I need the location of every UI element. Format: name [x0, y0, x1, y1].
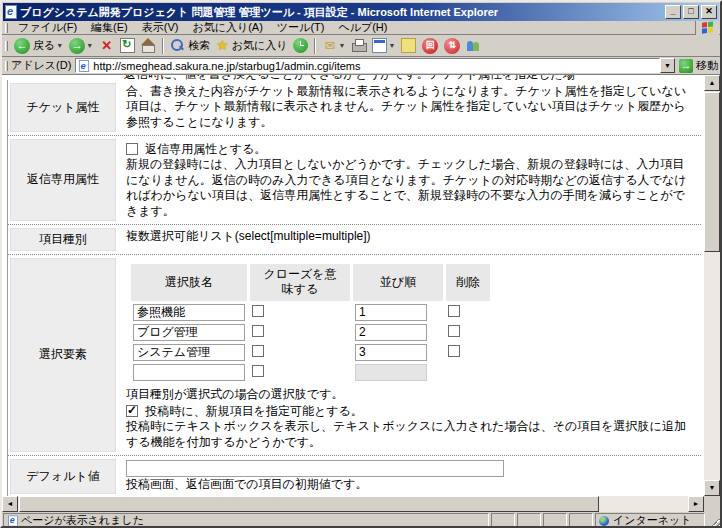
vertical-scrollbar[interactable]: ▲ ▼: [704, 75, 720, 496]
row-label: 項目種別: [10, 228, 116, 251]
default-value-input[interactable]: [126, 460, 504, 477]
choices-header-close: クローズを意味する: [250, 264, 350, 301]
menu-tools[interactable]: ツール(T): [270, 20, 332, 35]
notes-button[interactable]: [398, 36, 419, 56]
page-viewport: 返信時に、値を書き換えることができるかどうかです。チケット属性を指定した場 チケ…: [2, 75, 720, 496]
choice-row: [131, 324, 490, 341]
toolbar-grip[interactable]: [5, 41, 8, 51]
choice-name-input[interactable]: [133, 324, 245, 341]
page-icon: [79, 60, 89, 72]
address-input[interactable]: http://smeghead.sakura.ne.jp/starbug1/ad…: [75, 58, 660, 73]
title-bar: ブログシステム開発プロジェクト 問題管理 管理ツール - 項目設定 - Micr…: [3, 3, 719, 21]
favorites-button[interactable]: ★ お気に入り: [213, 36, 290, 56]
vertical-scrollbar-thumb[interactable]: [704, 92, 720, 252]
choice-name-input[interactable]: [133, 304, 245, 321]
history-button[interactable]: [290, 36, 311, 56]
row-label: チケット属性: [10, 83, 116, 132]
choice-close-checkbox[interactable]: [252, 345, 264, 357]
home-button[interactable]: [138, 36, 159, 56]
choices-note: 項目種別が選択式の場合の選択肢です。: [126, 387, 695, 402]
stop-button[interactable]: ✕: [96, 36, 117, 56]
choice-delete-checkbox[interactable]: [448, 345, 460, 357]
choices-header-delete: 削除: [446, 264, 490, 301]
scroll-up-icon[interactable]: ▲: [704, 75, 720, 91]
forward-icon: →: [69, 38, 85, 54]
toolbar-separator: [162, 38, 164, 54]
windows-flag-icon: [702, 21, 714, 34]
address-dropdown-button[interactable]: ▼: [660, 58, 675, 73]
choice-row: [131, 344, 490, 361]
choice-close-checkbox[interactable]: [252, 365, 264, 377]
search-button[interactable]: 検索: [167, 36, 213, 56]
ie-logo-icon: [5, 5, 17, 19]
edit-button[interactable]: ▼: [369, 36, 398, 56]
choice-close-checkbox[interactable]: [252, 305, 264, 317]
choice-order-input[interactable]: [355, 304, 427, 321]
address-label: アドレス(D): [11, 58, 71, 73]
menu-favorites[interactable]: お気に入り(A): [185, 20, 269, 35]
addon-button-1[interactable]: 回: [419, 36, 441, 56]
address-url: http://smeghead.sakura.ne.jp/starbug1/ad…: [93, 60, 360, 72]
choice-delete-checkbox[interactable]: [448, 305, 460, 317]
back-dropdown-icon[interactable]: ▼: [56, 42, 63, 49]
choice-order-input[interactable]: [355, 324, 427, 341]
ticket-attribute-description: 合、書き換えた内容がチケット最新情報に表示されるようになります。チケット属性を指…: [118, 81, 701, 134]
horizontal-scrollbar-row: ◄ ►: [2, 496, 720, 512]
messenger-button[interactable]: [463, 36, 484, 56]
choice-row-new: [131, 364, 490, 381]
mail-button[interactable]: ✉ ▼: [319, 36, 348, 56]
close-button[interactable]: ✕: [701, 5, 717, 19]
addon-button-2[interactable]: ⇅: [441, 36, 463, 56]
window-title: ブログシステム開発プロジェクト 問題管理 管理ツール - 項目設定 - Micr…: [20, 5, 663, 20]
menu-bar: ファイル(F) 編集(E) 表示(V) お気に入り(A) ツール(T) ヘルプ(…: [2, 21, 720, 35]
row-label: 選択要素: [10, 258, 116, 452]
windows-logo: [695, 21, 719, 35]
menu-edit[interactable]: 編集(E): [84, 20, 135, 35]
back-icon: ←: [14, 38, 30, 54]
allow-new-item-checkbox[interactable]: [126, 405, 138, 417]
reply-only-checkbox[interactable]: [126, 143, 138, 155]
horizontal-scrollbar-thumb[interactable]: [19, 496, 599, 512]
status-panel: [569, 513, 593, 528]
stop-icon: ✕: [99, 38, 114, 53]
forward-dropdown-icon[interactable]: ▼: [86, 42, 93, 49]
menu-file[interactable]: ファイル(F): [11, 20, 84, 35]
scroll-down-icon[interactable]: ▼: [704, 480, 720, 496]
status-zone-label: インターネット: [613, 513, 692, 528]
minimize-button[interactable]: _: [665, 5, 681, 19]
status-message: ページが表示されました: [21, 513, 144, 528]
choice-name-input[interactable]: [133, 364, 245, 381]
mail-dropdown-icon[interactable]: ▼: [338, 42, 345, 49]
reply-only-description: 新規の登録時には、入力項目としないかどうかです。チェックした場合、新規の登録時に…: [126, 157, 695, 218]
choice-close-checkbox[interactable]: [252, 325, 264, 337]
home-icon: [141, 38, 156, 53]
back-button[interactable]: ← 戻る ▼: [11, 36, 66, 56]
resize-grip[interactable]: [707, 513, 720, 528]
horizontal-scrollbar[interactable]: ◄ ►: [2, 496, 704, 512]
addressbar-grip[interactable]: [5, 61, 8, 71]
print-button[interactable]: [348, 36, 369, 56]
toolbar-separator: [314, 38, 316, 54]
row-label: デフォルト値: [10, 459, 116, 494]
choice-delete-checkbox[interactable]: [448, 325, 460, 337]
status-message-panel: ページが表示されました: [3, 513, 489, 528]
menu-help[interactable]: ヘルプ(H): [331, 20, 394, 35]
maximize-button[interactable]: □: [683, 5, 699, 19]
internet-globe-icon: [599, 516, 609, 526]
menubar-grip[interactable]: [5, 23, 8, 33]
status-panel: [543, 513, 567, 528]
scroll-right-icon[interactable]: ►: [688, 496, 704, 512]
forward-button[interactable]: → ▼: [66, 36, 96, 56]
choice-name-input[interactable]: [133, 344, 245, 361]
status-panel: [491, 513, 515, 528]
refresh-icon: [120, 38, 135, 53]
choices-description: 投稿時にテキストボックスを表示し、テキストボックスに入力された場合は、その項目を…: [126, 419, 695, 450]
menu-view[interactable]: 表示(V): [135, 20, 186, 35]
browser-window: ブログシステム開発プロジェクト 問題管理 管理ツール - 項目設定 - Micr…: [0, 0, 722, 528]
choices-table: 選択肢名 クローズを意味する 並び順 削除: [128, 261, 493, 384]
scroll-left-icon[interactable]: ◄: [2, 496, 18, 512]
choice-order-input[interactable]: [355, 344, 427, 361]
edit-dropdown-icon[interactable]: ▼: [388, 42, 395, 49]
go-button[interactable]: → 移動: [679, 58, 718, 73]
refresh-button[interactable]: [117, 36, 138, 56]
